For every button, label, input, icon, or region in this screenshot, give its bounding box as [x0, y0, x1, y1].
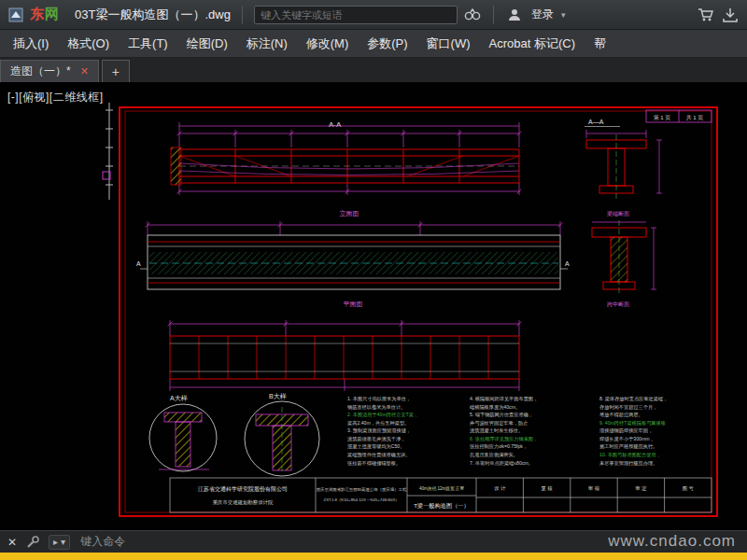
menu-draw[interactable]: 绘图(D): [177, 30, 237, 58]
end-section-view: A—A: [585, 119, 662, 200]
note-line: 堆放不得超过两层。: [599, 412, 643, 418]
project-section: ZXTJ-8（K10+854.12X～K45+748.80X）: [323, 497, 399, 502]
section2-caption: 跨中断面: [607, 301, 629, 308]
tb-col-check: 复 核: [541, 485, 553, 492]
download-icon[interactable]: [721, 6, 740, 24]
bottom-strip: [0, 553, 747, 560]
page-total: 共 1 页: [686, 115, 704, 120]
note-line: 施工时应严格按规范执行。: [599, 443, 657, 450]
divider: [242, 6, 243, 24]
app-window: 东网 03T梁一般构造图（一）.dwg 登录 ▾: [0, 0, 747, 560]
plan-view: A A: [136, 221, 570, 289]
drawing-canvas[interactable]: [-][俯视][二维线框]: [0, 82, 747, 530]
chevron-down-icon[interactable]: ▾: [561, 10, 566, 20]
elevation-view: A-A: [171, 120, 522, 195]
tab-drawing-file[interactable]: 造图（一）* ✕: [0, 60, 99, 82]
document-title: 03T梁一般构造图（一）.dwg: [75, 7, 231, 23]
login-button[interactable]: 登录: [531, 7, 554, 22]
file-tabbar: 造图（一）* ✕ +: [0, 58, 747, 82]
user-icon[interactable]: [505, 6, 524, 24]
company-branch: 重庆市交通规划勘察设计院: [213, 499, 274, 506]
note-line: 未尽事宜按现行规范办理。: [599, 460, 657, 467]
logo-char-2: 网: [45, 6, 60, 21]
wrench-icon[interactable]: [23, 533, 42, 552]
detail-b-label: B大样: [269, 393, 287, 399]
tb-col-approve: 审 定: [635, 485, 647, 492]
menu-parametric[interactable]: 参数(P): [358, 30, 416, 58]
mid-section-view: [592, 220, 656, 295]
note-line: 浇筑前须凿毛并清洗干净，: [347, 436, 405, 442]
command-input[interactable]: 键入命令: [80, 534, 125, 550]
chevron-down-icon: ▾: [61, 537, 65, 547]
note-line: 梁高2.40m，共分五种梁型。: [347, 420, 409, 426]
note-line: 端横隔板厚度为40cm。: [470, 404, 520, 411]
page-number: 第 1 页: [654, 115, 671, 120]
page-badge: 第 1 页 共 1 页: [646, 110, 712, 122]
titlebar: 东网 03T梁一般构造图（一）.dwg 登录 ▾: [0, 0, 747, 30]
sheet-title: T梁一般构造图（一）: [414, 502, 469, 510]
cut-label-right: A: [565, 260, 570, 267]
site-logo[interactable]: 东网: [30, 6, 60, 23]
note-line: 焊缝长度不小于300mm，: [599, 436, 655, 442]
menu-acrobat[interactable]: Acrobat 标记(C): [480, 30, 585, 58]
note-line: 7. 吊装时吊点距梁端≤80cm。: [470, 460, 533, 466]
watermark: www.cndao.com: [608, 532, 736, 551]
logo-char-1: 东: [30, 6, 45, 21]
view2-caption: 平面图: [344, 301, 363, 308]
note-line: 孔道压浆应饱满密实。: [470, 452, 518, 458]
section1-label: A—A: [588, 119, 604, 125]
cut-label-left: A: [136, 260, 141, 267]
menubar: 插入(I) 格式(O) 工具(T) 绘图(D) 标注(N) 修改(M) 参数(P…: [0, 30, 747, 58]
note-line: 2. 本图适用于40m跨径正交T梁，: [347, 412, 418, 418]
tb-col-design: 设 计: [494, 485, 506, 491]
section1-caption: 梁端断面: [607, 210, 629, 217]
tb-col-review: 审 核: [588, 485, 600, 491]
menu-dimension[interactable]: 标注(N): [237, 30, 297, 58]
bottom-view: [168, 320, 522, 391]
note-line: 梁端预埋件位置须准确无误。: [347, 452, 410, 458]
close-icon[interactable]: ✕: [7, 536, 17, 549]
note-line: 钢筋直径以毫米为单位计。: [347, 404, 405, 411]
command-prompt-box[interactable]: ▸ ▾: [49, 535, 70, 550]
note-line: 1. 本图尺寸均以厘米为单位，: [347, 396, 411, 402]
detail-a-label: A大样: [170, 395, 188, 401]
command-prompt-icon: ▸: [53, 537, 58, 547]
note-line: 4. 横隔板间距详见平面布置图，: [470, 396, 538, 402]
note-line: 存放时间不宜超过三个月，: [599, 404, 657, 411]
menu-window[interactable]: 窗口(W): [417, 30, 480, 58]
notes-block: 1. 本图尺寸均以厘米为单位， 钢筋直径以毫米为单位计。 2. 本图适用于40m…: [347, 396, 668, 467]
viewport-controls[interactable]: [-][俯视][二维线框]: [7, 90, 104, 105]
menu-tools[interactable]: 工具(T): [119, 30, 177, 58]
close-icon[interactable]: ✕: [80, 65, 89, 77]
cart-icon[interactable]: [697, 6, 715, 24]
search-icon[interactable]: [463, 6, 482, 24]
menu-format[interactable]: 格式(O): [58, 30, 119, 58]
note-line: 9. 40m跨径T梁横隔板与翼缘板: [599, 420, 666, 427]
cad-drawing: 第 1 页 共 1 页 A-A: [0, 82, 747, 530]
note-line: 3. 预制梁顶面应预留湿接缝，: [347, 427, 411, 434]
sheet-spec: 40m跨径,12m路宽 正置: [419, 486, 464, 492]
view1-caption: 立面图: [340, 210, 359, 217]
tab-label: 造图（一）*: [10, 63, 71, 79]
title-block: 江苏省交通科学研究院股份有限公司 重庆市交通规划勘察设计院 重庆至湖南省黔江至酉…: [170, 478, 712, 512]
app-icon[interactable]: [7, 7, 24, 23]
company-name: 江苏省交通科学研究院股份有限公司: [198, 485, 288, 493]
menu-help[interactable]: 帮: [585, 30, 615, 58]
detail-b: B大样: [245, 393, 319, 476]
view1-label: A-A: [329, 120, 342, 129]
project-name: 重庆至湖南省黔江至酉阳高速公路（重庆境）工程: [317, 487, 407, 492]
menu-modify[interactable]: 修改(M): [297, 30, 359, 58]
note-line: 10. 本图与标准图配合使用，: [599, 452, 661, 458]
note-line: 5. 锚下钢筋网片位置应准确，: [470, 412, 533, 418]
detail-a: A大样: [149, 395, 217, 471]
note-line: 张拉前不得碰撞锚垫板。: [347, 460, 401, 467]
note-line: 混凝土强度等级均为C50。: [347, 443, 404, 450]
note-line: 6. 张拉顺序详见预应力钢束图，: [470, 436, 538, 442]
left-ruler: [103, 103, 113, 200]
menu-insert[interactable]: 插入(I): [4, 30, 58, 58]
search-input[interactable]: [254, 6, 458, 24]
new-tab-button[interactable]: +: [102, 60, 130, 82]
note-line: 浇筑混凝土时发生移位。: [470, 427, 523, 434]
tb-col-number: 图 号: [683, 485, 695, 492]
note-line: 张拉控制应力σk=0.75fpk，: [470, 443, 528, 450]
